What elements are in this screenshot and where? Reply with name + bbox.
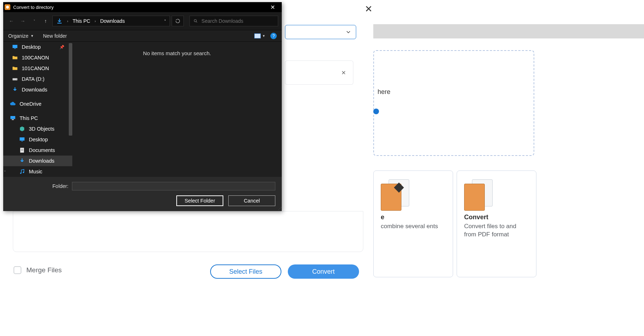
- chip-remove-icon[interactable]: ✕: [341, 69, 348, 76]
- nav-back-icon[interactable]: ←: [7, 16, 16, 26]
- tree-item-downloads-qa[interactable]: Downloads: [3, 84, 72, 95]
- music-icon: [19, 168, 25, 175]
- tree-item-label: Downloads: [22, 87, 47, 93]
- tree-item-label: Desktop: [29, 137, 48, 142]
- down-icon: [19, 158, 25, 164]
- pin-icon: 📌: [59, 45, 64, 49]
- nav-tree[interactable]: Desktop📌100CANON101CANONDATA (D:)Downloa…: [3, 42, 72, 177]
- search-icon: [193, 19, 198, 23]
- dialog-titlebar[interactable]: Convert to directory ✕: [3, 2, 282, 12]
- card-merge-desc: combine several ents: [381, 222, 446, 231]
- refresh-icon[interactable]: [172, 16, 184, 26]
- card-merge[interactable]: e combine several ents: [373, 170, 453, 277]
- card-convert-title: Convert: [464, 214, 529, 221]
- tree-item-101canon[interactable]: 101CANON: [3, 63, 72, 74]
- tree-item-thispc[interactable]: This PC: [3, 113, 72, 124]
- tree-item-label: OneDrive: [20, 101, 41, 107]
- tree-item-label: 100CANON: [22, 55, 49, 61]
- crumb-loc[interactable]: Downloads: [100, 18, 125, 24]
- modal-body: [13, 211, 363, 252]
- merge-files-row[interactable]: Merge Files: [14, 266, 62, 274]
- svg-rect-7: [12, 119, 14, 120]
- svg-rect-11: [21, 149, 23, 149]
- tree-item-data-d[interactable]: DATA (D:): [3, 74, 72, 84]
- folder-input[interactable]: [72, 182, 275, 190]
- tree-item-label: This PC: [20, 115, 38, 121]
- svg-rect-2: [12, 45, 17, 48]
- resize-grip-icon[interactable]: ⋰: [278, 206, 281, 210]
- svg-point-14: [20, 173, 21, 174]
- tree-item-music[interactable]: Music: [3, 166, 72, 177]
- nav-recent-icon[interactable]: ˅: [30, 16, 39, 26]
- tree-item-desktop2[interactable]: Desktop: [3, 134, 72, 145]
- tree-item-3dobj[interactable]: 3D Objects: [3, 124, 72, 134]
- chevron-down-icon: [345, 29, 352, 35]
- tree-item-documents[interactable]: Documents: [3, 145, 72, 156]
- tree-item-desktop-qa[interactable]: Desktop📌: [3, 42, 72, 52]
- svg-rect-8: [20, 137, 25, 141]
- svg-point-5: [16, 79, 17, 80]
- cube-icon: [19, 126, 25, 132]
- tree-scrollbar[interactable]: [69, 43, 72, 136]
- folder-label: Folder:: [52, 183, 68, 189]
- tree-item-downloads[interactable]: Downloads: [3, 156, 72, 166]
- card-merge-title: e: [381, 214, 446, 221]
- download-icon: [56, 18, 63, 24]
- select-files-button[interactable]: Select Files: [210, 264, 281, 279]
- tree-item-100canon[interactable]: 100CANON: [3, 52, 72, 63]
- toolbar: Organize▼ New folder ▼ ?: [3, 30, 282, 42]
- search-box[interactable]: [189, 16, 278, 26]
- new-folder-button[interactable]: New folder: [43, 33, 67, 39]
- svg-rect-6: [10, 116, 15, 119]
- cancel-button[interactable]: Cancel: [228, 195, 275, 206]
- tree-expand-icon[interactable]: ˅: [4, 170, 6, 175]
- crumb-root[interactable]: This PC: [73, 18, 90, 24]
- file-chip: ✕: [285, 61, 353, 85]
- dialog-footer: Folder: Select Folder Cancel ⋰: [3, 177, 282, 211]
- nav-forward-icon[interactable]: →: [18, 16, 27, 26]
- svg-rect-9: [21, 141, 23, 142]
- tree-item-label: 101CANON: [22, 65, 49, 71]
- monitor-icon: [19, 136, 25, 143]
- monitor-icon: [12, 44, 18, 50]
- file-list[interactable]: No items match your search.: [72, 42, 282, 177]
- nav-bar: ← → ˅ ↑ › This PC › Downloads ˅: [3, 12, 282, 30]
- search-input[interactable]: [202, 18, 274, 24]
- crumb-chevron-icon[interactable]: ˅: [164, 19, 166, 23]
- pc-icon: [10, 115, 16, 121]
- tree-item-onedrive[interactable]: OneDrive: [3, 99, 72, 109]
- folder-icon: [12, 54, 18, 61]
- empty-message: No items match your search.: [72, 50, 282, 56]
- folder-icon: [12, 65, 18, 72]
- drop-zone[interactable]: [373, 50, 534, 156]
- down-icon: [12, 86, 18, 93]
- nav-up-icon[interactable]: ↑: [41, 16, 50, 26]
- svg-point-1: [194, 20, 196, 22]
- convert-button[interactable]: Convert: [288, 264, 359, 279]
- overlay-close-icon[interactable]: ✕: [365, 4, 373, 15]
- card-convert[interactable]: Convert Convert files to and from PDF fo…: [457, 170, 536, 277]
- dialog-close-icon[interactable]: ✕: [265, 2, 280, 12]
- doc-icon: [19, 147, 25, 153]
- format-dropdown[interactable]: [285, 25, 356, 39]
- tree-item-label: 3D Objects: [29, 126, 54, 132]
- organize-menu[interactable]: Organize▼: [8, 33, 34, 39]
- drop-zone-text: here: [378, 88, 390, 96]
- tree-item-label: Desktop: [22, 44, 41, 50]
- breadcrumb[interactable]: › This PC › Downloads ˅: [52, 16, 170, 26]
- drop-zone-dot: [373, 109, 379, 114]
- svg-rect-12: [21, 150, 23, 150]
- file-dialog: Convert to directory ✕ ← → ˅ ↑ › This PC…: [3, 2, 282, 211]
- tree-item-label: Documents: [29, 147, 55, 153]
- svg-point-0: [6, 6, 9, 9]
- app-icon: [5, 4, 10, 10]
- svg-rect-13: [21, 151, 23, 151]
- drive-icon: [12, 76, 18, 82]
- merge-checkbox[interactable]: [14, 266, 21, 274]
- card-convert-desc: Convert files to and from PDF format: [464, 222, 529, 239]
- view-button[interactable]: ▼: [254, 33, 265, 38]
- cloud-icon: [10, 101, 16, 107]
- select-folder-button[interactable]: Select Folder: [176, 195, 223, 206]
- help-icon[interactable]: ?: [270, 33, 277, 39]
- tree-item-label: DATA (D:): [22, 76, 45, 82]
